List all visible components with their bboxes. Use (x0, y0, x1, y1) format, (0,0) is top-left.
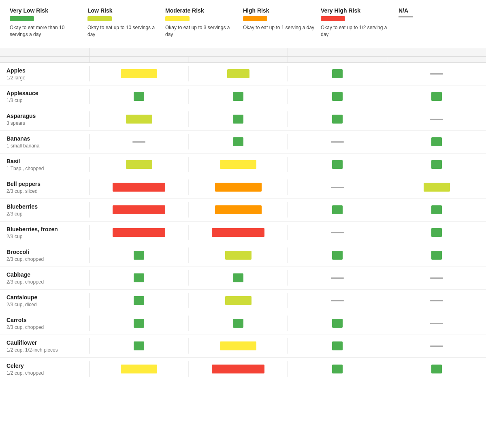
risk-bar-9-1 (233, 273, 243, 282)
na-dash-3-0 (132, 141, 145, 143)
risk-bar-8-0 (134, 251, 144, 260)
risk-bar-4-1 (220, 160, 256, 169)
table-row: Bananas1 small banana (0, 131, 486, 154)
data-cols-0 (89, 66, 486, 81)
food-name-11: Carrots (6, 316, 83, 324)
food-name-3: Bananas (6, 135, 83, 142)
data-col-4-3 (387, 157, 486, 172)
data-cols-7 (89, 225, 486, 240)
data-col-4-2 (288, 157, 387, 172)
data-col-8-0 (90, 247, 189, 263)
data-col-13-2 (288, 361, 387, 377)
risk-bar-0-2 (332, 69, 343, 78)
data-col-6-3 (387, 202, 486, 218)
data-col-11-3 (387, 316, 486, 331)
table-header (0, 48, 486, 63)
data-col-10-2 (288, 293, 387, 308)
table-body: Apples1/2 largeApplesauce1/3 cupAsparagu… (0, 63, 486, 380)
risk-bar-2-1 (233, 115, 243, 124)
legend-label-5: N/A (399, 7, 471, 14)
conv-imp-header (189, 57, 288, 62)
risk-bar-2-0 (126, 115, 152, 124)
risk-bar-2-2 (332, 115, 343, 124)
data-col-2-1 (189, 111, 288, 127)
data-cols-2 (89, 111, 486, 127)
risk-bar-5-0 (113, 183, 165, 192)
data-col-12-0 (90, 338, 189, 354)
na-dash-2-3 (430, 119, 443, 120)
data-col-9-2 (288, 270, 387, 286)
risk-bar-8-1 (225, 251, 252, 260)
table-row: Broccoli2/3 cup, chopped (0, 244, 486, 267)
risk-bar-0-0 (121, 69, 157, 78)
data-col-13-0 (90, 361, 189, 377)
legend-section: Very Low RiskOkay to eat more than 10 se… (0, 0, 486, 48)
food-serving-11: 2/3 cup, chopped (6, 324, 83, 330)
na-dash-5-2 (331, 187, 344, 188)
food-name-6: Blueberries (6, 203, 83, 210)
data-col-10-3 (387, 293, 486, 308)
data-col-4-0 (90, 157, 189, 172)
data-col-12-1 (189, 338, 288, 354)
risk-bar-4-0 (126, 160, 152, 169)
food-serving-3: 1 small banana (6, 143, 83, 149)
food-cell-11: Carrots2/3 cup, chopped (0, 312, 89, 334)
risk-bar-13-2 (332, 365, 343, 373)
data-cols-3 (89, 134, 486, 149)
data-col-9-0 (90, 270, 189, 286)
group-headers (89, 48, 486, 56)
risk-bar-1-0 (134, 92, 144, 101)
risk-bar-3-3 (431, 137, 442, 146)
risk-bar-8-2 (332, 251, 343, 260)
food-name-7: Blueberries, frozen (6, 226, 83, 233)
risk-bar-6-2 (332, 205, 343, 214)
sub-header-spacer (0, 57, 89, 62)
risk-bar-12-1 (220, 341, 256, 350)
data-col-8-3 (387, 247, 486, 263)
legend-item-4: Very High RiskOkay to eat up to 1/2 serv… (321, 7, 399, 38)
data-cols-1 (89, 89, 486, 104)
na-dash-9-3 (430, 277, 443, 279)
food-cell-6: Blueberries2/3 cup (0, 199, 89, 221)
data-col-3-2 (288, 134, 387, 149)
data-col-11-2 (288, 316, 387, 331)
org-imp-header (387, 57, 486, 62)
na-dash-0-3 (430, 73, 443, 75)
data-col-11-1 (189, 316, 288, 331)
food-serving-6: 2/3 cup (6, 211, 83, 217)
data-col-3-0 (90, 134, 189, 149)
sub-header-row (0, 56, 486, 62)
legend-desc-1: Okay to eat up to 10 servings a day (87, 24, 160, 38)
table-row: Blueberries, frozen2/3 cup (0, 222, 486, 244)
food-cell-12: Cauliflower1/2 cup, 1/2-inch pieces (0, 335, 89, 357)
data-col-12-3 (387, 338, 486, 354)
risk-bar-4-2 (332, 160, 343, 169)
risk-bar-5-3 (424, 183, 450, 192)
table-row: Carrots2/3 cup, chopped (0, 312, 486, 335)
data-col-6-2 (288, 202, 387, 218)
data-col-5-1 (189, 179, 288, 195)
food-name-9: Cabbage (6, 271, 83, 278)
food-cell-8: Broccoli2/3 cup, chopped (0, 244, 89, 266)
data-col-13-3 (387, 361, 486, 377)
na-dash-9-2 (331, 277, 344, 279)
legend-label-1: Low Risk (87, 7, 160, 14)
table-row: Applesauce1/3 cup (0, 85, 486, 108)
food-cell-13: Celery1/2 cup, chopped (0, 358, 89, 380)
data-col-9-3 (387, 270, 486, 286)
legend-desc-3: Okay to eat up to 1 serving a day (243, 24, 316, 31)
risk-bar-8-3 (431, 251, 442, 260)
data-col-3-1 (189, 134, 288, 149)
data-col-1-3 (387, 89, 486, 104)
risk-bar-6-0 (113, 205, 165, 214)
conventional-header (90, 48, 288, 56)
food-name-5: Bell peppers (6, 180, 83, 188)
na-dash-11-3 (430, 323, 443, 324)
table-container[interactable]: Apples1/2 largeApplesauce1/3 cupAsparagu… (0, 48, 486, 380)
data-col-0-0 (90, 66, 189, 81)
table-row: Cantaloupe2/3 cup, diced (0, 290, 486, 312)
food-name-10: Cantaloupe (6, 294, 83, 301)
legend-item-1: Low RiskOkay to eat up to 10 servings a … (87, 7, 165, 38)
data-col-6-1 (189, 202, 288, 218)
table-row: Blueberries2/3 cup (0, 199, 486, 222)
